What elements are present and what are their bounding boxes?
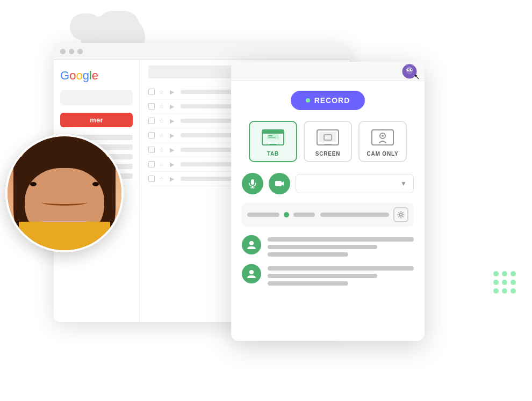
tab-bar-section (242, 203, 414, 227)
gmail-star-icon[interactable]: ☆ (159, 147, 166, 153)
svg-point-9 (412, 64, 414, 66)
gmail-forward-icon: ▶ (170, 147, 176, 153)
list-line-medium-2 (268, 274, 377, 278)
list-line-short-2 (268, 281, 348, 286)
svg-point-29 (400, 214, 402, 216)
svg-rect-20 (324, 144, 332, 145)
record-button[interactable]: RECORD (291, 91, 365, 110)
svg-point-8 (406, 64, 407, 66)
person-icon-2 (246, 268, 257, 279)
gmail-forward-icon: ▶ (170, 176, 176, 182)
person-photo (8, 136, 121, 250)
settings-gear-button[interactable] (393, 207, 408, 222)
gear-icon (397, 211, 405, 218)
gmail-checkbox[interactable] (148, 132, 155, 138)
gmail-star-icon[interactable]: ☆ (159, 132, 166, 138)
cam-only-mode-label: CAM ONLY (367, 151, 399, 157)
av-controls: ▼ (242, 173, 414, 194)
face-smile (42, 199, 88, 206)
list-line-medium-1 (268, 245, 377, 249)
person-icon-1 (246, 239, 257, 250)
gmail-checkbox[interactable] (148, 176, 155, 182)
gmail-checkbox[interactable] (148, 89, 155, 95)
microphone-icon (248, 179, 257, 188)
svg-point-31 (249, 270, 254, 274)
svg-rect-22 (372, 130, 393, 145)
face-eyes (30, 182, 98, 186)
screen-mode-label: SCREEN (315, 151, 340, 157)
svg-rect-25 (251, 179, 254, 185)
list-item-1 (242, 235, 414, 257)
screencastify-popup: ↖ RECORD (231, 62, 425, 341)
deco-dot-1 (493, 271, 499, 276)
deco-dot-5 (502, 280, 507, 285)
person-avatar (5, 134, 124, 252)
browser-dot-2 (69, 49, 74, 54)
camera-source-dropdown[interactable]: ▼ (296, 174, 414, 193)
tab-line-2 (293, 213, 315, 217)
svg-rect-13 (269, 144, 277, 145)
gmail-star-icon[interactable]: ☆ (159, 89, 166, 95)
tab-bar-left (247, 212, 316, 217)
camera-icon (275, 179, 284, 188)
deco-dot-7 (493, 288, 499, 294)
list-line-short-1 (268, 252, 348, 257)
svg-point-30 (249, 241, 254, 245)
gmail-checkbox[interactable] (148, 147, 155, 153)
gmail-forward-icon: ▶ (170, 132, 176, 138)
list-item-2 (242, 264, 414, 286)
screen-icon-wrap (316, 128, 340, 148)
decorative-dots (493, 271, 516, 294)
browser-dot-1 (60, 49, 66, 54)
tab-mode-icon (261, 129, 285, 147)
list-item-lines-2 (268, 264, 414, 286)
chevron-down-icon: ▼ (400, 180, 407, 187)
popup-body: RECORD (231, 81, 425, 295)
record-button-label: RECORD (314, 96, 350, 105)
deco-dot-9 (511, 288, 516, 294)
svg-point-4 (408, 69, 409, 70)
gmail-star-icon[interactable]: ☆ (159, 176, 166, 182)
popup-header: ↖ (231, 62, 425, 81)
microphone-toggle-button[interactable] (242, 173, 263, 194)
robot-icon-container: ↖ (402, 64, 417, 79)
gmail-forward-icon: ▶ (170, 118, 176, 124)
gmail-forward-icon: ▶ (170, 89, 176, 95)
tab-bar-right (320, 213, 389, 217)
deco-dot-8 (502, 288, 507, 294)
svg-rect-16 (268, 135, 272, 136)
deco-dot-4 (493, 280, 499, 285)
mode-screen[interactable]: SCREEN (304, 121, 352, 162)
face-eye-right (92, 182, 99, 186)
tab-mode-label: TAB (267, 151, 279, 157)
camera-toggle-button[interactable] (269, 173, 290, 194)
cam-only-mode-icon (371, 129, 394, 147)
deco-dot-2 (502, 271, 507, 276)
face-eye-left (30, 182, 37, 186)
list-item-avatar-1 (242, 235, 261, 254)
deco-dot-6 (511, 280, 516, 285)
record-indicator-dot (306, 98, 310, 103)
tab-active-indicator (284, 212, 289, 217)
mode-cam-only[interactable]: CAM ONLY (358, 121, 407, 162)
gmail-forward-icon: ▶ (170, 161, 176, 167)
svg-point-5 (411, 69, 412, 70)
cam-only-icon-wrap (371, 128, 394, 148)
gmail-checkbox[interactable] (148, 118, 155, 124)
main-scene: Google mer ☆ ▶ (0, 0, 532, 401)
list-line-full-2 (268, 266, 414, 271)
recording-list (242, 235, 414, 286)
gmail-compose-button[interactable]: mer (60, 113, 133, 127)
gmail-star-icon[interactable]: ☆ (159, 103, 166, 110)
tab-line-1 (247, 213, 279, 217)
gmail-checkbox[interactable] (148, 161, 155, 167)
gmail-checkbox[interactable] (148, 103, 155, 110)
svg-rect-28 (275, 181, 282, 186)
svg-point-24 (382, 135, 384, 137)
gmail-star-icon[interactable]: ☆ (159, 118, 166, 124)
browser-dot-3 (77, 49, 83, 54)
mode-tab[interactable]: TAB (249, 121, 297, 162)
list-item-avatar-2 (242, 264, 261, 283)
gmail-forward-icon: ▶ (170, 103, 176, 110)
gmail-star-icon[interactable]: ☆ (159, 161, 166, 167)
